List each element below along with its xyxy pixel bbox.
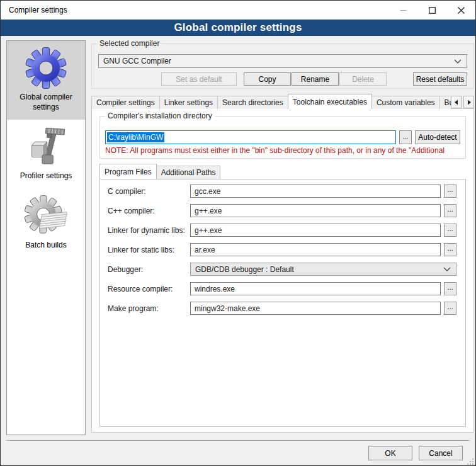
sidebar-item-global-compiler-settings[interactable]: Global compiler settings bbox=[7, 41, 85, 120]
cpp-compiler-row: C++ compiler: g++.exe ... bbox=[108, 204, 456, 217]
linker-dynamic-input[interactable]: g++.exe bbox=[190, 224, 441, 237]
tab-search-directories[interactable]: Search directories bbox=[217, 96, 288, 109]
cpp-compiler-browse-button[interactable]: ... bbox=[444, 204, 456, 217]
cpp-compiler-label: C++ compiler: bbox=[108, 207, 190, 215]
linker-static-browse-button[interactable]: ... bbox=[444, 243, 456, 256]
toolchain-executables-page: Compiler's installation directory C:\ray… bbox=[91, 108, 474, 433]
cancel-button[interactable]: Cancel bbox=[419, 446, 463, 460]
tab-compiler-settings[interactable]: Compiler settings bbox=[91, 96, 160, 109]
compiler-select[interactable]: GNU GCC Compiler bbox=[98, 54, 467, 68]
resource-compiler-input[interactable]: windres.exe bbox=[190, 282, 441, 295]
maximize-button[interactable] bbox=[417, 1, 446, 20]
settings-category-list: Global compiler settings bbox=[6, 40, 86, 435]
sidebar-item-profiler-settings[interactable]: Profiler settings bbox=[7, 120, 85, 189]
tab-linker-settings[interactable]: Linker settings bbox=[159, 96, 218, 109]
chevron-down-icon bbox=[454, 59, 462, 64]
make-program-browse-button[interactable]: ... bbox=[444, 302, 456, 315]
linker-dynamic-browse-button[interactable]: ... bbox=[444, 224, 456, 237]
resize-grip[interactable] bbox=[467, 458, 474, 465]
make-program-row: Make program: mingw32-make.exe ... bbox=[108, 302, 456, 315]
sidebar-label-global-compiler-settings: Global compiler settings bbox=[8, 93, 84, 112]
resource-compiler-row: Resource compiler: windres.exe ... bbox=[108, 282, 456, 295]
blue-gear-icon bbox=[24, 46, 68, 90]
cpp-compiler-value: g++.exe bbox=[195, 207, 222, 215]
debugger-row: Debugger: GDB/CDB debugger : Default bbox=[108, 263, 456, 276]
close-button[interactable] bbox=[446, 1, 475, 20]
c-compiler-row: C compiler: gcc.exe ... bbox=[108, 185, 456, 198]
c-compiler-value: gcc.exe bbox=[195, 187, 220, 196]
minimize-icon bbox=[400, 7, 407, 14]
debugger-select[interactable]: GDB/CDB debugger : Default bbox=[190, 263, 456, 276]
linker-dynamic-row: Linker for dynamic libs: g++.exe ... bbox=[108, 224, 456, 237]
make-program-label: Make program: bbox=[108, 304, 190, 313]
linker-static-input[interactable]: ar.exe bbox=[190, 243, 441, 256]
delete-button[interactable]: Delete bbox=[339, 72, 387, 86]
installation-directory-group: Compiler's installation directory C:\ray… bbox=[99, 116, 466, 159]
maximize-icon bbox=[429, 7, 436, 14]
linker-static-label: Linker for static libs: bbox=[108, 246, 190, 254]
compiler-settings-tabbar: Compiler settings Linker settings Search… bbox=[91, 94, 474, 109]
window-title: Compiler settings bbox=[1, 6, 67, 14]
resource-compiler-browse-button[interactable]: ... bbox=[444, 282, 456, 295]
debugger-label: Debugger: bbox=[108, 265, 190, 274]
c-compiler-label: C compiler: bbox=[108, 187, 190, 196]
tab-custom-variables[interactable]: Custom variables bbox=[371, 96, 440, 109]
cpp-compiler-input[interactable]: g++.exe bbox=[190, 204, 441, 217]
copy-button[interactable]: Copy bbox=[244, 72, 291, 86]
ok-button[interactable]: OK bbox=[368, 446, 412, 460]
tab-build-options[interactable]: Build options bbox=[439, 96, 451, 109]
gray-gear-stack-icon bbox=[24, 194, 68, 238]
titlebar: Compiler settings bbox=[1, 1, 475, 20]
make-program-input[interactable]: mingw32-make.exe bbox=[190, 302, 441, 315]
c-compiler-browse-button[interactable]: ... bbox=[444, 185, 456, 198]
chevron-down-icon bbox=[443, 267, 451, 271]
debugger-value: GDB/CDB debugger : Default bbox=[195, 265, 443, 274]
installation-directory-group-label: Compiler's installation directory bbox=[105, 111, 215, 120]
resource-compiler-label: Resource compiler: bbox=[108, 285, 190, 293]
subtab-program-files[interactable]: Program Files bbox=[99, 164, 157, 179]
sidebar-label-batch-builds: Batch builds bbox=[8, 241, 84, 251]
arrow-left-icon bbox=[454, 99, 459, 105]
page-title: Global compiler settings bbox=[1, 20, 475, 36]
compiler-settings-dialog: Compiler settings Global compiler settin… bbox=[0, 0, 476, 466]
close-icon bbox=[458, 7, 465, 14]
set-as-default-button[interactable]: Set as default bbox=[161, 72, 237, 86]
make-program-value: mingw32-make.exe bbox=[195, 304, 260, 313]
installation-directory-browse-button[interactable]: ... bbox=[399, 130, 412, 144]
arrow-right-icon bbox=[467, 99, 472, 105]
tab-toolchain-executables[interactable]: Toolchain executables bbox=[288, 94, 372, 109]
linker-static-row: Linker for static libs: ar.exe ... bbox=[108, 243, 456, 256]
selected-compiler-group: Selected compiler GNU GCC Compiler Set a… bbox=[91, 43, 474, 89]
selected-compiler-group-label: Selected compiler bbox=[97, 39, 162, 48]
tab-scroll-right-button[interactable] bbox=[463, 96, 474, 108]
reset-defaults-button[interactable]: Reset defaults bbox=[413, 72, 467, 86]
installation-directory-input[interactable]: C:\raylib\MinGW bbox=[105, 130, 396, 144]
subtab-additional-paths[interactable]: Additional Paths bbox=[156, 166, 221, 179]
caliper-icon bbox=[24, 125, 68, 169]
tab-scroll-left-button[interactable] bbox=[451, 96, 462, 108]
installation-directory-value: C:\raylib\MinGW bbox=[107, 132, 164, 142]
minimize-button[interactable] bbox=[388, 1, 417, 20]
rename-button[interactable]: Rename bbox=[292, 72, 339, 86]
sidebar-item-batch-builds[interactable]: Batch builds bbox=[7, 189, 85, 258]
program-files-page: C compiler: gcc.exe ... C++ compiler: g+… bbox=[99, 179, 466, 427]
autodetect-button[interactable]: Auto-detect bbox=[415, 130, 460, 144]
linker-static-value: ar.exe bbox=[195, 246, 215, 254]
installation-directory-note: NOTE: All programs must exist either in … bbox=[105, 146, 460, 155]
footer-divider bbox=[6, 440, 470, 441]
compiler-select-value: GNU GCC Compiler bbox=[103, 57, 454, 65]
linker-dynamic-value: g++.exe bbox=[195, 226, 222, 235]
c-compiler-input[interactable]: gcc.exe bbox=[190, 185, 441, 198]
sidebar-label-profiler-settings: Profiler settings bbox=[8, 171, 84, 181]
resource-compiler-value: windres.exe bbox=[195, 285, 235, 293]
program-files-tabbar: Program Files Additional Paths bbox=[99, 164, 466, 179]
linker-dynamic-label: Linker for dynamic libs: bbox=[108, 226, 190, 235]
